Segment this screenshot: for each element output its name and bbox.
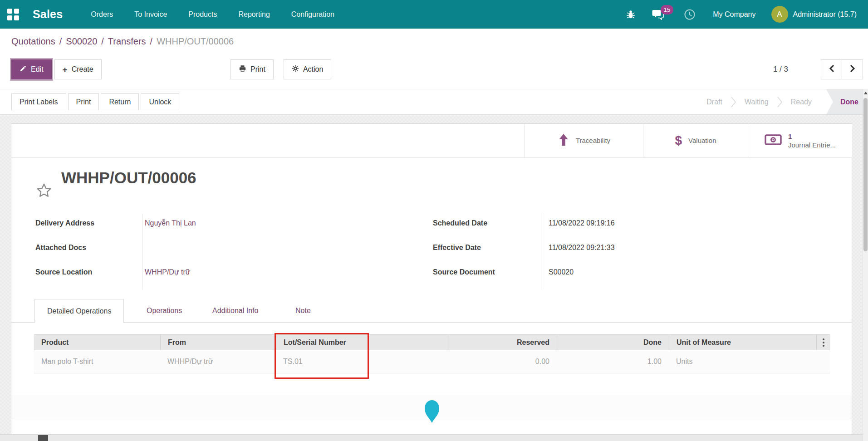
- edit-button[interactable]: Edit: [11, 59, 52, 79]
- notebook-tabs: Detailed Operations Operations Additiona…: [11, 299, 852, 323]
- traceability-smart-button[interactable]: Traceability: [525, 124, 643, 157]
- apps-menu-icon[interactable]: [7, 9, 19, 20]
- control-panel: Edit + Create Print Action 1 / 3: [0, 59, 868, 80]
- field-value-delivery-address[interactable]: Nguyễn Thị Lan: [145, 219, 196, 229]
- tab-note[interactable]: Note: [295, 299, 311, 323]
- field-separator-line: [541, 214, 541, 290]
- breadcrumb-transfers[interactable]: Transfers: [108, 36, 146, 46]
- table-header-row: Product From Lot/Serial Number Reserved …: [34, 334, 830, 350]
- journal-entries-count: 1: [788, 132, 836, 141]
- unlock-button[interactable]: Unlock: [141, 93, 179, 110]
- pencil-icon: [20, 65, 27, 74]
- printer-icon: [239, 65, 246, 74]
- print-button[interactable]: Print: [68, 93, 99, 110]
- chevron-right-icon: [850, 64, 855, 74]
- field-value-source-document: S00020: [549, 268, 574, 278]
- scrollbar-thumb[interactable]: [863, 98, 868, 251]
- money-bill-icon: [765, 134, 782, 147]
- vertical-scrollbar[interactable]: [863, 89, 868, 441]
- col-header-unit-of-measure[interactable]: Unit of Measure: [669, 335, 816, 350]
- valuation-smart-button[interactable]: $ Valuation: [643, 124, 748, 157]
- tab-detailed-operations[interactable]: Detailed Operations: [34, 299, 124, 323]
- menu-products[interactable]: Products: [188, 10, 217, 19]
- pointer-drop-icon: [423, 398, 441, 425]
- navbar-right: 15 My Company A Administrator (15.7): [626, 6, 857, 23]
- cell-reserved[interactable]: 0.00: [448, 350, 557, 373]
- cell-trailing: [816, 350, 831, 373]
- pager-counter: 1 / 3: [773, 59, 788, 79]
- breadcrumb-s00020[interactable]: S00020: [66, 36, 97, 46]
- table-row[interactable]: Man polo T-shirt WHHP/Dự trữ TS.01 0.00 …: [34, 350, 830, 373]
- field-value-effective-date: 11/08/2022 09:21:33: [549, 244, 615, 254]
- col-header-done[interactable]: Done: [557, 335, 669, 350]
- cell-product[interactable]: Man polo T-shirt: [34, 350, 160, 373]
- field-label-delivery-address: Delivery Address: [35, 219, 94, 229]
- menu-orders[interactable]: Orders: [91, 10, 113, 19]
- partial-bottom-element: [38, 435, 48, 441]
- field-separator-line: [142, 214, 142, 290]
- state-done-active[interactable]: Done: [826, 89, 868, 114]
- col-header-reserved[interactable]: Reserved: [448, 335, 557, 350]
- user-avatar[interactable]: A: [771, 6, 788, 23]
- field-label-scheduled-date: Scheduled Date: [433, 219, 487, 229]
- top-navbar: Sales Orders To Invoice Products Reporti…: [0, 0, 868, 29]
- menu-configuration[interactable]: Configuration: [291, 10, 334, 19]
- message-count-badge: 15: [661, 5, 673, 15]
- breadcrumb-quotations[interactable]: Quotations: [11, 36, 55, 46]
- optional-columns-icon[interactable]: [816, 335, 830, 350]
- pager-previous-button[interactable]: [821, 59, 842, 79]
- state-waiting[interactable]: Waiting: [745, 98, 769, 106]
- bottom-section-edge: [0, 434, 868, 441]
- state-chevron-icon: [731, 96, 736, 108]
- form-statusbar: Print Labels Print Return Unlock Draft W…: [0, 89, 868, 115]
- dollar-icon: $: [675, 133, 682, 148]
- state-chevron-icon: [777, 96, 783, 108]
- form-sheet: Traceability $ Valuation 1 Journal Entri…: [11, 123, 852, 441]
- scrollbar-up-arrow-icon[interactable]: [864, 92, 868, 94]
- state-ready[interactable]: Ready: [791, 98, 812, 106]
- create-button[interactable]: + Create: [54, 59, 102, 79]
- pager-next-button[interactable]: [842, 59, 863, 79]
- record-title: WHHP/OUT/00006: [61, 169, 196, 187]
- field-label-attached-docs: Attached Docs: [35, 244, 86, 254]
- state-draft[interactable]: Draft: [706, 98, 722, 106]
- print-menu-button[interactable]: Print: [230, 59, 274, 79]
- plus-icon: +: [63, 65, 68, 74]
- favorite-star-icon[interactable]: [36, 182, 52, 200]
- col-header-product[interactable]: Product: [34, 335, 160, 350]
- status-steps: Draft Waiting Ready Done: [706, 89, 868, 114]
- activities-clock-icon[interactable]: [684, 9, 696, 20]
- col-header-from[interactable]: From: [160, 335, 276, 350]
- field-label-effective-date: Effective Date: [433, 244, 481, 254]
- print-labels-button[interactable]: Print Labels: [11, 93, 66, 110]
- breadcrumb: Quotations/S00020/Transfers/WHHP/OUT/000…: [11, 36, 234, 47]
- debug-bug-icon[interactable]: [626, 10, 636, 20]
- col-header-empty: [368, 335, 448, 350]
- breadcrumb-current: WHHP/OUT/00006: [157, 36, 234, 46]
- odoo-window: Sales Orders To Invoice Products Reporti…: [0, 0, 868, 441]
- arrow-up-icon: [558, 133, 569, 148]
- cell-unit-of-measure[interactable]: Units: [669, 350, 816, 373]
- smart-buttons-row: Traceability $ Valuation 1 Journal Entri…: [11, 124, 852, 158]
- cell-empty: [368, 350, 448, 373]
- detailed-operations-table: Product From Lot/Serial Number Reserved …: [34, 334, 830, 373]
- action-menu-button[interactable]: Action: [284, 59, 331, 79]
- journal-entries-label: Journal Entrie...: [788, 141, 836, 149]
- tab-additional-info[interactable]: Additional Info: [212, 299, 258, 323]
- tab-operations[interactable]: Operations: [147, 299, 182, 323]
- field-label-source-location: Source Location: [35, 268, 92, 278]
- messages-icon[interactable]: 15: [652, 9, 664, 20]
- field-label-source-document: Source Document: [433, 268, 495, 278]
- return-button[interactable]: Return: [101, 93, 139, 110]
- journal-entries-smart-button[interactable]: 1 Journal Entrie...: [748, 124, 852, 157]
- field-value-scheduled-date: 11/08/2022 09:19:16: [549, 219, 615, 229]
- cell-done[interactable]: 1.00: [557, 350, 669, 373]
- menu-reporting[interactable]: Reporting: [238, 10, 270, 19]
- field-value-source-location[interactable]: WHHP/Dự trữ: [145, 268, 191, 278]
- menu-to-invoice[interactable]: To Invoice: [134, 10, 167, 19]
- chevron-left-icon: [829, 64, 834, 74]
- company-switcher[interactable]: My Company: [713, 10, 755, 19]
- cell-from[interactable]: WHHP/Dự trữ: [160, 350, 276, 373]
- user-menu[interactable]: Administrator (15.7): [793, 10, 857, 19]
- app-brand[interactable]: Sales: [33, 8, 63, 21]
